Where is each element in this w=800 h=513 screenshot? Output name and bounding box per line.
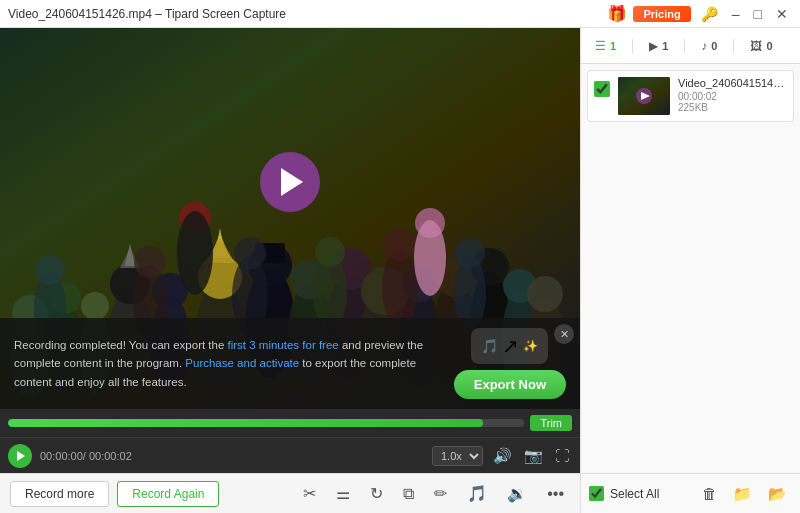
pricing-button[interactable]: Pricing bbox=[633, 6, 690, 22]
right-panel: ☰ 1 ▶ 1 ♪ 0 🖼 0 bbox=[580, 28, 800, 513]
current-time: 00:00:00 bbox=[40, 450, 83, 462]
delete-icon[interactable]: 🗑 bbox=[697, 483, 722, 504]
right-panel-content: Video_240604151426.mp4 00:00:02 225KB bbox=[581, 64, 800, 473]
list-icon: ☰ bbox=[595, 39, 606, 53]
select-all-checkbox[interactable] bbox=[589, 486, 604, 501]
cut-icon[interactable]: ✂ bbox=[297, 481, 322, 506]
timeline-bar: Trim bbox=[0, 409, 580, 437]
titlebar-left: Video_240604151426.mp4 – Tipard Screen C… bbox=[8, 7, 286, 21]
thumb-preview bbox=[618, 77, 670, 115]
right-bottom-bar: Select All 🗑 📁 📂 bbox=[581, 473, 800, 513]
clone-icon[interactable]: ⧉ bbox=[397, 482, 420, 506]
play-pause-button[interactable] bbox=[8, 444, 32, 468]
item-size: 225KB bbox=[678, 102, 787, 113]
tab-divider-3 bbox=[733, 39, 734, 53]
left-panel: Recording completed! You can export the … bbox=[0, 28, 580, 513]
volume-icon[interactable]: 🔊 bbox=[491, 445, 514, 467]
tab-divider-1 bbox=[632, 39, 633, 53]
gift-icon: 🎁 bbox=[607, 4, 627, 23]
total-time: 00:00:02 bbox=[89, 450, 132, 462]
audio-tab-icon: ♪ bbox=[701, 39, 707, 53]
export-button-area: 🎵 ↗ ✨ Export Now bbox=[454, 328, 566, 399]
tab-audio[interactable]: ♪ 0 bbox=[695, 35, 723, 57]
item-thumbnail bbox=[618, 77, 670, 115]
key-icon[interactable]: 🔑 bbox=[697, 4, 722, 24]
titlebar-right: 🎁 Pricing 🔑 – □ ✕ bbox=[607, 4, 792, 24]
recording-banner: Recording completed! You can export the … bbox=[0, 318, 580, 409]
tab-image-count: 0 bbox=[766, 40, 772, 52]
more-icon[interactable]: ••• bbox=[541, 482, 570, 506]
rotate-icon[interactable]: ↻ bbox=[364, 481, 389, 506]
open-folder-icon[interactable]: 📂 bbox=[763, 483, 792, 505]
tab-image[interactable]: 🖼 0 bbox=[744, 35, 778, 57]
volume-adjust-icon[interactable]: 🔉 bbox=[501, 481, 533, 506]
video-tab-icon: ▶ bbox=[649, 39, 658, 53]
tab-list[interactable]: ☰ 1 bbox=[589, 35, 622, 57]
list-item: Video_240604151426.mp4 00:00:02 225KB bbox=[587, 70, 794, 122]
banner-text: Recording completed! You can export the … bbox=[14, 336, 442, 391]
share-icon: ↗ bbox=[502, 334, 519, 358]
item-checkbox[interactable] bbox=[594, 81, 610, 97]
fullscreen-icon[interactable]: ⛶ bbox=[553, 445, 572, 466]
item-info: Video_240604151426.mp4 00:00:02 225KB bbox=[678, 77, 787, 113]
speed-selector[interactable]: 1.0x 0.5x 1.5x 2.0x bbox=[432, 446, 483, 466]
tab-audio-count: 0 bbox=[711, 40, 717, 52]
right-panel-tabs: ☰ 1 ▶ 1 ♪ 0 🖼 0 bbox=[581, 28, 800, 64]
progress-fill bbox=[8, 419, 483, 427]
controls-bar: 00:00:00/ 00:00:02 1.0x 0.5x 1.5x 2.0x 🔊… bbox=[0, 437, 580, 473]
bottom-bar: Record more Record Again ✂ ⚌ ↻ ⧉ ✏ 🎵 🔉 •… bbox=[0, 473, 580, 513]
banner-message-1: Recording completed! You can export the bbox=[14, 339, 228, 351]
item-filename: Video_240604151426.mp4 bbox=[678, 77, 787, 89]
time-display: 00:00:00/ 00:00:02 bbox=[40, 450, 132, 462]
play-button[interactable] bbox=[260, 152, 320, 212]
sparkle-icon: ✨ bbox=[523, 339, 538, 353]
app-title: Video_240604151426.mp4 – Tipard Screen C… bbox=[8, 7, 286, 21]
tab-list-count: 1 bbox=[610, 40, 616, 52]
close-button[interactable]: ✕ bbox=[772, 4, 792, 24]
purchase-link[interactable]: Purchase and activate bbox=[185, 357, 299, 369]
banner-close-button[interactable]: ✕ bbox=[554, 324, 574, 344]
record-more-button[interactable]: Record more bbox=[10, 481, 109, 507]
item-duration: 00:00:02 bbox=[678, 91, 787, 102]
tab-video-count: 1 bbox=[662, 40, 668, 52]
edit-icon[interactable]: ✏ bbox=[428, 481, 453, 506]
titlebar: Video_240604151426.mp4 – Tipard Screen C… bbox=[0, 0, 800, 28]
trim-button[interactable]: Trim bbox=[530, 415, 572, 431]
free-export-link[interactable]: first 3 minutes for free bbox=[228, 339, 339, 351]
tab-divider-2 bbox=[684, 39, 685, 53]
music-note-icon: 🎵 bbox=[481, 338, 498, 354]
tab-video[interactable]: ▶ 1 bbox=[643, 35, 674, 57]
camera-icon[interactable]: 📷 bbox=[522, 445, 545, 467]
export-now-button[interactable]: Export Now bbox=[454, 370, 566, 399]
image-tab-icon: 🖼 bbox=[750, 39, 762, 53]
main-container: Recording completed! You can export the … bbox=[0, 28, 800, 513]
minimize-button[interactable]: – bbox=[728, 4, 744, 24]
folder-icon[interactable]: 📁 bbox=[728, 483, 757, 505]
select-all-label: Select All bbox=[610, 487, 659, 501]
progress-track[interactable] bbox=[8, 419, 524, 427]
audio-icon[interactable]: 🎵 bbox=[461, 481, 493, 506]
adjust-icon[interactable]: ⚌ bbox=[330, 481, 356, 506]
maximize-button[interactable]: □ bbox=[750, 4, 766, 24]
video-preview-area: Recording completed! You can export the … bbox=[0, 28, 580, 409]
record-again-button[interactable]: Record Again bbox=[117, 481, 219, 507]
export-icon-box: 🎵 ↗ ✨ bbox=[471, 328, 548, 364]
